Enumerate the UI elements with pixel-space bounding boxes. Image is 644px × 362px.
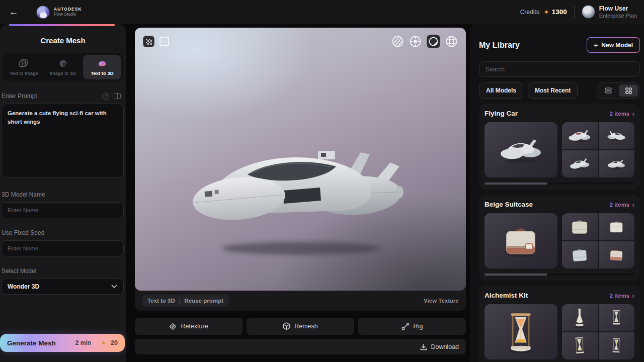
text-to-3d-icon	[97, 59, 107, 68]
grid-view-icon	[625, 87, 632, 94]
view-texture-button[interactable]: View Texture	[424, 298, 459, 304]
seed-input[interactable]	[1, 240, 124, 256]
flow-studio-logo-icon	[36, 6, 50, 19]
thumbnail-alchemy-variant[interactable]	[562, 304, 598, 331]
seed-label: Use Fixed Seed	[2, 229, 44, 236]
download-button[interactable]: Download	[135, 339, 466, 354]
thumbnail-flying-car-variant[interactable]	[599, 150, 634, 177]
texture-view-toggle-icon[interactable]	[143, 36, 154, 47]
grid-view-button[interactable]	[619, 84, 638, 97]
library-title: My Library	[479, 41, 520, 50]
thumbnail-flying-car-variant[interactable]	[599, 122, 634, 149]
tab-label: Text to 3D	[91, 70, 113, 76]
chevron-right-icon: ›	[632, 110, 634, 117]
credits-display: Credits: ✦ 1300	[520, 8, 567, 16]
thumbnail-beige-suitcase-main[interactable]	[485, 213, 557, 268]
rig-button[interactable]: Rig	[358, 318, 466, 335]
library-search-input[interactable]	[479, 61, 640, 77]
tab-text-to-image[interactable]: T Text to Image	[5, 55, 43, 79]
retexture-label: Retexture	[181, 323, 208, 330]
wireframe-globe-icon[interactable]	[445, 35, 458, 48]
mode-tag: Text to 3D	[147, 298, 175, 304]
user-name: Flow User	[599, 5, 637, 12]
new-model-button[interactable]: + New Model	[587, 37, 640, 53]
info-icon[interactable]: ?	[102, 93, 109, 100]
rig-bone-icon	[401, 323, 410, 330]
frame-view-icon[interactable]	[159, 37, 169, 46]
retexture-gem-icon	[169, 323, 177, 330]
generate-mesh-button[interactable]: Generate Mesh 2 min ✦ 20	[0, 334, 125, 352]
thumbnail-alchemy-variant[interactable]	[562, 332, 598, 359]
prompt-label: Enter Prompt	[2, 93, 37, 100]
filter-all-models[interactable]: All Models	[479, 82, 523, 99]
section-name: Flying Car	[485, 110, 518, 117]
image-to-3d-icon	[58, 59, 68, 68]
product-name: Flow Studio	[54, 12, 82, 17]
thumbnail-alchemy-variant[interactable]	[599, 332, 634, 359]
model-select-value: Wonder 3D	[8, 283, 39, 290]
app-logo: AUTODESK Flow Studio	[36, 6, 82, 19]
tab-image-to-3d[interactable]: Image to 3D	[44, 55, 82, 79]
list-view-button[interactable]	[599, 84, 618, 97]
thumbnail-flying-car-variant[interactable]	[562, 122, 598, 149]
reuse-prompt-button[interactable]: Reuse prompt	[185, 298, 223, 304]
viewport-card: Text to 3D | Reuse prompt View Texture	[135, 28, 466, 311]
model-select-dropdown[interactable]: Wonder 3D	[1, 279, 124, 295]
list-view-icon	[605, 87, 612, 94]
section-expand-link[interactable]: 2 items ›	[610, 110, 634, 117]
section-scrollbar[interactable]	[485, 274, 634, 276]
section-count: 2 items	[610, 111, 630, 117]
thumbnail-flying-car-main[interactable]	[485, 122, 557, 177]
panel-title: Create Mesh	[0, 36, 126, 45]
thumbnail-hourglass-main[interactable]	[485, 304, 557, 359]
gizmo-orbit-icon[interactable]	[409, 35, 422, 48]
prompt-input[interactable]: Generate a cute flying sci-fi car with s…	[1, 104, 124, 178]
library-section-beige-suitcase: Beige Suitcase 2 items ›	[479, 195, 640, 281]
model-name-input[interactable]	[1, 202, 124, 218]
chevron-right-icon: ›	[632, 292, 634, 299]
svg-text:T: T	[21, 62, 24, 66]
tab-label: Text to Image	[9, 70, 38, 76]
remesh-button[interactable]: Remesh	[247, 318, 354, 335]
generate-label: Generate Mesh	[7, 339, 56, 347]
thumbnail-flying-car-variant[interactable]	[562, 150, 598, 177]
chevron-down-icon	[111, 285, 117, 289]
thumbnail-grid-beige-suitcase	[562, 213, 635, 268]
thumbnail-grid-alchemist-kit	[562, 304, 635, 359]
columns-icon[interactable]	[114, 93, 121, 99]
text-to-image-icon: T	[19, 59, 29, 68]
model-name-label: 3D Model Name	[2, 191, 45, 198]
filter-most-recent[interactable]: Most Recent	[528, 82, 578, 99]
section-name: Alchemist Kit	[485, 292, 528, 299]
plus-icon: +	[594, 41, 598, 49]
section-expand-link[interactable]: 2 items ›	[610, 292, 634, 299]
generate-cost: 20	[111, 339, 118, 346]
credits-value: 1300	[552, 8, 567, 16]
thumbnail-alchemy-variant[interactable]	[599, 304, 634, 331]
section-count: 2 items	[610, 293, 630, 299]
section-scrollbar[interactable]	[485, 183, 634, 185]
thumbnail-grid-flying-car	[562, 122, 635, 177]
generate-divider	[96, 339, 96, 346]
top-bar: ← AUTODESK Flow Studio Credits: ✦ 1300 F…	[0, 0, 644, 24]
thumbnail-suitcase-variant[interactable]	[599, 213, 634, 240]
thumbnail-suitcase-variant[interactable]	[562, 213, 598, 240]
generate-time: 2 min	[75, 339, 91, 346]
remesh-cube-icon	[283, 322, 290, 330]
thumbnail-suitcase-variant[interactable]	[562, 241, 598, 268]
wireframe-shading-icon[interactable]	[391, 35, 404, 48]
prompt-history-pill[interactable]: Text to 3D | Reuse prompt	[142, 295, 229, 307]
mode-tabbar: T Text to Image Image to 3D Text to 3D	[3, 53, 123, 81]
library-section-flying-car: Flying Car 2 items ›	[479, 104, 640, 190]
material-preview-icon[interactable]	[427, 35, 440, 48]
3d-viewport-canvas[interactable]	[135, 28, 466, 291]
back-button[interactable]: ←	[7, 6, 20, 19]
user-menu[interactable]: Flow User Enterprise Plan	[582, 5, 637, 19]
retexture-button[interactable]: Retexture	[135, 318, 243, 335]
accent-gradient-bar	[9, 24, 115, 26]
tab-text-to-3d[interactable]: Text to 3D	[83, 55, 121, 79]
filter-label: All Models	[486, 87, 516, 94]
section-count: 2 items	[610, 202, 630, 208]
section-expand-link[interactable]: 2 items ›	[610, 201, 634, 208]
thumbnail-suitcase-variant[interactable]	[599, 241, 634, 268]
